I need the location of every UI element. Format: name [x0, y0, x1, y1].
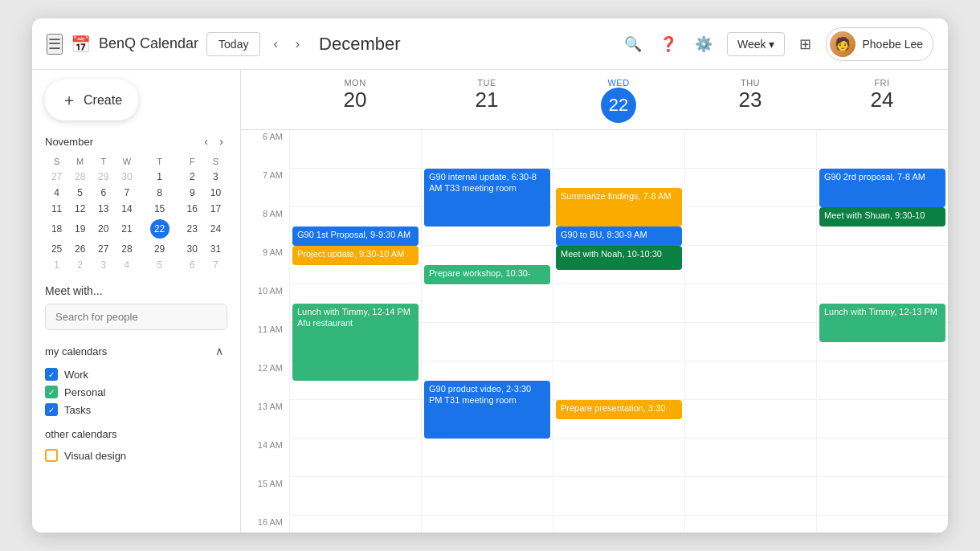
search-icon[interactable]: 🔍 — [621, 32, 645, 56]
app-title: BenQ Calendar — [99, 35, 198, 52]
prev-nav-button[interactable]: ‹ — [268, 34, 282, 55]
mini-cal-day[interactable]: 2 — [68, 257, 92, 273]
mini-cal-day[interactable]: 29 — [138, 241, 180, 257]
mini-cal-day[interactable]: 27 — [92, 241, 115, 257]
mini-cal-day[interactable]: 18 — [45, 217, 68, 241]
other-calendars-label: other calendars — [45, 428, 117, 440]
mini-cal-day[interactable]: 29 — [92, 169, 115, 185]
events-layer-fri: G90 2rd proposal, 7-8 AMMeet with Shuan,… — [817, 130, 948, 533]
events-layer-tue: G90 internal update, 6:30-8 AM T33 meeti… — [422, 130, 553, 533]
calendar-event[interactable]: Meet with Shuan, 9:30-10 — [819, 207, 945, 227]
day-col-fri: G90 2rd proposal, 7-8 AMMeet with Shuan,… — [816, 130, 948, 533]
mini-cal-day[interactable]: 4 — [115, 257, 138, 273]
mini-cal-day[interactable]: 15 — [138, 201, 180, 217]
topbar-left: ☰ 📅 BenQ Calendar Today ‹ › December — [47, 32, 407, 56]
my-calendars-toggle[interactable]: ∧ — [211, 343, 227, 359]
mini-cal-day[interactable]: 9 — [181, 185, 204, 201]
mini-cal-day[interactable]: 30 — [181, 241, 204, 257]
time-slot: 8 AM — [241, 207, 289, 246]
mini-cal-day[interactable]: 3 — [92, 257, 115, 273]
calendar-event[interactable]: G90 2rd proposal, 7-8 AM — [819, 169, 945, 207]
calendar-event[interactable]: Lunch with Timmy, 12-14 PM Afu restauran… — [292, 304, 419, 381]
menu-icon[interactable]: ☰ — [47, 34, 63, 55]
chevron-down-icon: ▾ — [769, 38, 774, 51]
mini-cal-day[interactable]: 16 — [181, 201, 204, 217]
mini-cal-day[interactable]: 24 — [204, 217, 227, 241]
calendar-event[interactable]: G90 internal update, 6:30-8 AM T33 meeti… — [424, 169, 550, 227]
mini-cal-day[interactable]: 13 — [92, 201, 115, 217]
help-icon[interactable]: ❓ — [656, 32, 680, 56]
visual-design-checkbox — [45, 449, 58, 462]
mini-cal-day[interactable]: 17 — [204, 201, 227, 217]
today-button[interactable]: Today — [206, 32, 260, 56]
mini-cal-day[interactable]: 4 — [45, 185, 68, 201]
mini-cal-day[interactable]: 28 — [115, 241, 138, 257]
day-header-thu: THU 23 — [684, 70, 816, 129]
mini-cal-day[interactable]: 30 — [115, 169, 138, 185]
work-label: Work — [64, 369, 88, 381]
mini-cal-day[interactable]: 1 — [45, 257, 68, 273]
mini-cal-day[interactable]: 2 — [181, 169, 204, 185]
time-column: 6 AM7 AM8 AM9 AM10 AM11 AM12 AM13 AM14 A… — [241, 130, 289, 533]
day-col-tue: G90 internal update, 6:30-8 AM T33 meeti… — [421, 130, 553, 533]
calendar-event[interactable]: Prepare presentation, 3:30 — [556, 400, 682, 419]
calendar-personal[interactable]: ✓ Personal — [45, 383, 227, 401]
mini-cal-day[interactable]: 27 — [45, 169, 68, 185]
time-slot: 9 AM — [241, 246, 289, 284]
mini-cal-day[interactable]: 3 — [204, 169, 227, 185]
mini-cal-day[interactable]: 10 — [204, 185, 227, 201]
mini-cal-day[interactable]: 31 — [204, 241, 227, 257]
mini-cal-day[interactable]: 8 — [138, 185, 180, 201]
calendar-visual-design[interactable]: Visual design — [45, 447, 227, 464]
calendar-event[interactable]: Project update, 9:30-10 AM — [292, 246, 419, 265]
mini-cal-prev[interactable]: ‹ — [200, 133, 212, 149]
search-people-input[interactable] — [45, 304, 227, 330]
settings-icon[interactable]: ⚙️ — [692, 32, 716, 56]
mini-cal-day[interactable]: 25 — [45, 241, 68, 257]
apps-grid-icon[interactable]: ⊞ — [796, 32, 815, 56]
day-header-mon: MON 20 — [289, 70, 421, 129]
mini-cal-next[interactable]: › — [215, 133, 227, 149]
calendar-event[interactable]: Meet with Noah, 10-10:30 — [556, 246, 682, 270]
mini-cal-month: November — [45, 136, 93, 148]
create-button[interactable]: ＋ Create — [45, 80, 138, 120]
mini-cal-day[interactable]: 26 — [68, 241, 92, 257]
mini-cal-day[interactable]: 23 — [181, 217, 204, 241]
calendar-event[interactable]: Lunch with Timmy, 12-13 PM — [819, 304, 945, 342]
mini-cal-day[interactable]: 5 — [68, 185, 92, 201]
calendar-event[interactable]: G90 1st Proposal, 9-9:30 AM — [292, 227, 419, 246]
calendar-body: 6 AM7 AM8 AM9 AM10 AM11 AM12 AM13 AM14 A… — [241, 130, 948, 533]
mini-cal-day[interactable]: 6 — [92, 185, 115, 201]
mini-cal-day[interactable]: 22 — [138, 217, 180, 241]
calendar-work[interactable]: ✓ Work — [45, 365, 227, 383]
mini-cal-day[interactable]: 11 — [45, 201, 68, 217]
next-nav-button[interactable]: › — [291, 34, 304, 55]
calendar-event[interactable]: G90 product video, 2-3:30 PM T31 meeting… — [424, 381, 550, 439]
mini-cal-day[interactable]: 20 — [92, 217, 115, 241]
month-title: December — [319, 34, 400, 55]
mini-cal-day[interactable]: 1 — [138, 169, 180, 185]
calendar-event[interactable]: G90 to BU, 8:30-9 AM — [556, 227, 682, 246]
time-slot: 10 AM — [241, 284, 289, 323]
calendar-tasks[interactable]: ✓ Tasks — [45, 401, 227, 418]
user-pill[interactable]: 🧑 Phoebe Lee — [826, 27, 933, 61]
my-calendars-section: my calendars ∧ ✓ Work ✓ Personal ✓ Tasks — [45, 343, 227, 418]
mini-cal-day[interactable]: 5 — [138, 257, 180, 273]
week-view-button[interactable]: Week ▾ — [727, 32, 786, 56]
time-gutter-header — [241, 70, 289, 129]
mini-cal-day[interactable]: 19 — [68, 217, 92, 241]
mini-cal-day[interactable]: 28 — [68, 169, 92, 185]
mini-cal-day[interactable]: 21 — [115, 217, 138, 241]
mini-cal-day[interactable]: 12 — [68, 201, 92, 217]
mini-cal-day[interactable]: 14 — [115, 201, 138, 217]
day-col-thu — [684, 130, 816, 533]
main-layout: ＋ Create November ‹ › SMTWTFS 2728293012… — [32, 70, 948, 533]
mini-cal-day[interactable]: 7 — [204, 257, 227, 273]
calendar-event[interactable]: Summarize findings, 7-8 AM — [556, 188, 682, 227]
days-grid: G90 1st Proposal, 9-9:30 AMProject updat… — [289, 130, 948, 533]
mini-cal-day[interactable]: 7 — [115, 185, 138, 201]
mini-cal-nav: ‹ › — [200, 133, 227, 149]
mini-cal-day[interactable]: 6 — [181, 257, 204, 273]
calendar-event[interactable]: Prepare workshop, 10:30- — [424, 265, 550, 284]
time-slot: 14 AM — [241, 439, 289, 477]
